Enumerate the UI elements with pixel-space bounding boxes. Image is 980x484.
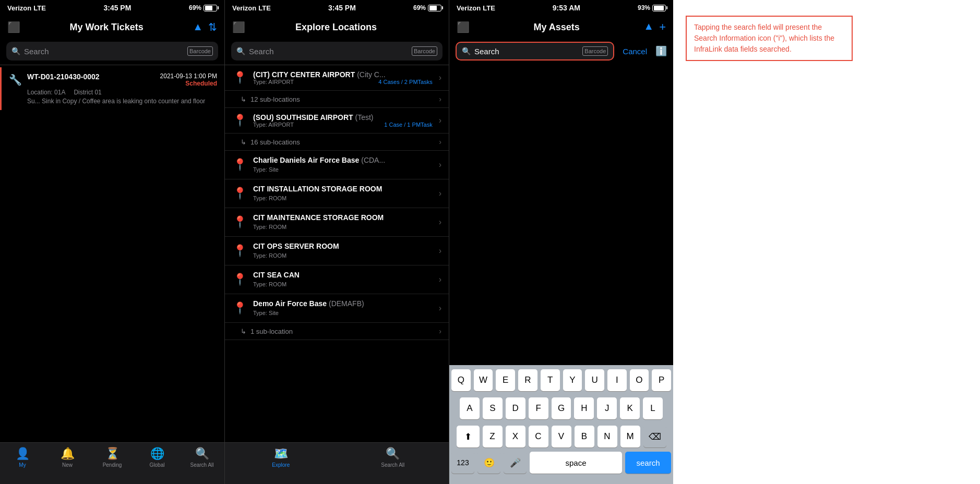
key-delete[interactable]: ⌫ xyxy=(643,426,666,447)
key-space[interactable]: space xyxy=(530,452,622,474)
search-bar-1[interactable]: 🔍 Search Barcode xyxy=(6,42,218,60)
location-name-suffix-cit: (City C... xyxy=(357,70,385,79)
key-numbers[interactable]: 123 xyxy=(451,452,474,474)
search-input-3[interactable]: Search xyxy=(474,47,579,56)
search-input-1[interactable]: Search xyxy=(24,47,184,56)
cancel-button-3[interactable]: Cancel xyxy=(618,47,651,56)
sublocation-row-2[interactable]: ↳ 16 sub-locations › xyxy=(225,134,449,151)
location-item-citmsr[interactable]: 📍 CIT MAINTENANCE STORAGE ROOM Type: ROO… xyxy=(225,208,449,237)
search-bar-2[interactable]: 🔍 Search Barcode xyxy=(231,42,443,60)
battery-fill-3 xyxy=(654,6,664,10)
key-q[interactable]: Q xyxy=(451,369,471,391)
ticket-item-1[interactable]: 🔧 WT-D01-210430-0002 2021-09-13 1:00 PM … xyxy=(0,67,224,110)
filter-icon-1[interactable]: ▲ xyxy=(193,21,203,33)
location-item-cda[interactable]: 📍 Charlie Daniels Air Force Base (CDA...… xyxy=(225,151,449,179)
key-t[interactable]: T xyxy=(541,369,560,391)
key-mic[interactable]: 🎤 xyxy=(504,452,527,474)
location-content-citmsr: CIT MAINTENANCE STORAGE ROOM Type: ROOM xyxy=(253,213,433,231)
divider-1 xyxy=(0,65,224,65)
tab-my[interactable]: 👤 My xyxy=(0,447,45,468)
location-content-sou: (SOU) SOUTHSIDE AIRPORT (Test) Type: AIR… xyxy=(253,113,433,128)
key-p[interactable]: P xyxy=(652,369,671,391)
location-name-citisr: CIT INSTALLATION STORAGE ROOM xyxy=(253,185,433,193)
tab-explore[interactable]: 🗺️ Explore xyxy=(225,447,337,468)
add-icon-3[interactable]: + xyxy=(659,20,666,34)
search-input-2[interactable]: Search xyxy=(249,47,408,56)
key-z[interactable]: Z xyxy=(483,426,503,447)
key-search[interactable]: search xyxy=(625,452,671,474)
tab-search-all-2[interactable]: 🔍 Search All xyxy=(337,447,449,468)
sublocation-row-3[interactable]: ↳ 1 sub-location › xyxy=(225,323,449,340)
location-type-cit: Type: AIRPORT xyxy=(253,79,294,85)
tab-search-all-1[interactable]: 🔍 Search All xyxy=(180,447,224,468)
tab-bar-2: 🗺️ Explore 🔍 Search All xyxy=(225,442,449,484)
key-k[interactable]: K xyxy=(620,397,640,419)
chevron-icon-citisr: › xyxy=(439,189,441,198)
info-button-3[interactable]: ℹ️ xyxy=(655,45,667,57)
location-content-demafb: Demo Air Force Base (DEMAFB) Type: Site xyxy=(253,299,433,317)
key-j[interactable]: J xyxy=(597,397,617,419)
carrier-2: Verizon xyxy=(232,4,256,12)
key-v[interactable]: V xyxy=(552,426,571,447)
key-i[interactable]: I xyxy=(607,369,627,391)
search-icon-2: 🔍 xyxy=(236,47,245,55)
sublocation-row-1[interactable]: ↳ 12 sub-locations › xyxy=(225,91,449,108)
filter-icon-3[interactable]: ▲ xyxy=(643,20,654,34)
menu-icon-1[interactable]: ⬛ xyxy=(7,21,20,33)
battery-tip-1 xyxy=(218,6,219,9)
nav-header-1: ⬛ My Work Tickets ▲ ⇅ xyxy=(0,15,224,40)
key-shift[interactable]: ⬆ xyxy=(457,426,480,447)
location-name-citmsr: CIT MAINTENANCE STORAGE ROOM xyxy=(253,213,433,222)
search-bar-3[interactable]: 🔍 Search Barcode xyxy=(456,42,614,60)
key-b[interactable]: B xyxy=(575,426,594,447)
sort-icon-1[interactable]: ⇅ xyxy=(208,21,217,33)
tab-new[interactable]: 🔔 New xyxy=(45,447,90,468)
tab-pending-icon: ⏳ xyxy=(105,447,119,461)
annotation-box: Tapping the search field will present th… xyxy=(686,16,853,61)
barcode-icon-1[interactable]: Barcode xyxy=(187,46,213,56)
menu-icon-3[interactable]: ⬛ xyxy=(457,21,470,33)
battery-pct-3: 93% xyxy=(638,4,650,11)
key-d[interactable]: D xyxy=(506,397,525,419)
keyboard-row-1: Q W E R T Y U I O P xyxy=(449,365,673,393)
key-c[interactable]: C xyxy=(529,426,548,447)
location-cases-sou: 1 Case / 1 PMTask xyxy=(384,122,432,128)
location-item-citsc[interactable]: 📍 CIT SEA CAN Type: ROOM › xyxy=(225,265,449,294)
sublocation-label-2: 16 sub-locations xyxy=(250,138,300,146)
location-item-cit[interactable]: 📍 (CIT) CITY CENTER AIRPORT (City C... T… xyxy=(225,65,449,91)
tab-pending[interactable]: ⏳ Pending xyxy=(90,447,135,468)
location-item-demafb[interactable]: 📍 Demo Air Force Base (DEMAFB) Type: Sit… xyxy=(225,294,449,323)
key-w[interactable]: W xyxy=(474,369,493,391)
barcode-icon-3[interactable]: Barcode xyxy=(582,46,608,56)
key-l[interactable]: L xyxy=(643,397,663,419)
key-m[interactable]: M xyxy=(620,426,640,447)
location-pin-icon-2: 📍 xyxy=(232,114,247,127)
key-u[interactable]: U xyxy=(585,369,604,391)
key-g[interactable]: G xyxy=(552,397,571,419)
location-meta-row-demafb: Type: Site xyxy=(253,308,433,317)
key-r[interactable]: R xyxy=(518,369,537,391)
menu-icon-2[interactable]: ⬛ xyxy=(232,21,245,33)
tab-global-icon: 🌐 xyxy=(150,447,164,461)
sublocation-label-3: 1 sub-location xyxy=(250,328,293,335)
key-e[interactable]: E xyxy=(496,369,515,391)
chevron-icon-sou: › xyxy=(439,116,441,125)
battery-icon-2 xyxy=(428,5,441,11)
key-h[interactable]: H xyxy=(574,397,594,419)
location-item-citosr[interactable]: 📍 CIT OPS SERVER ROOM Type: ROOM › xyxy=(225,237,449,265)
key-a[interactable]: A xyxy=(460,397,480,419)
key-y[interactable]: Y xyxy=(563,369,582,391)
location-meta-row-citosr: Type: ROOM xyxy=(253,250,433,260)
location-item-citisr[interactable]: 📍 CIT INSTALLATION STORAGE ROOM Type: RO… xyxy=(225,179,449,208)
barcode-icon-2[interactable]: Barcode xyxy=(412,46,437,56)
tab-my-label: My xyxy=(19,462,26,468)
tab-new-icon: 🔔 xyxy=(61,447,75,461)
location-item-sou[interactable]: 📍 (SOU) SOUTHSIDE AIRPORT (Test) Type: A… xyxy=(225,108,449,134)
key-s[interactable]: S xyxy=(483,397,503,419)
key-x[interactable]: X xyxy=(506,426,525,447)
key-o[interactable]: O xyxy=(630,369,649,391)
key-n[interactable]: N xyxy=(597,426,617,447)
key-emoji[interactable]: 🙂 xyxy=(477,452,500,474)
key-f[interactable]: F xyxy=(529,397,548,419)
tab-global[interactable]: 🌐 Global xyxy=(135,447,180,468)
